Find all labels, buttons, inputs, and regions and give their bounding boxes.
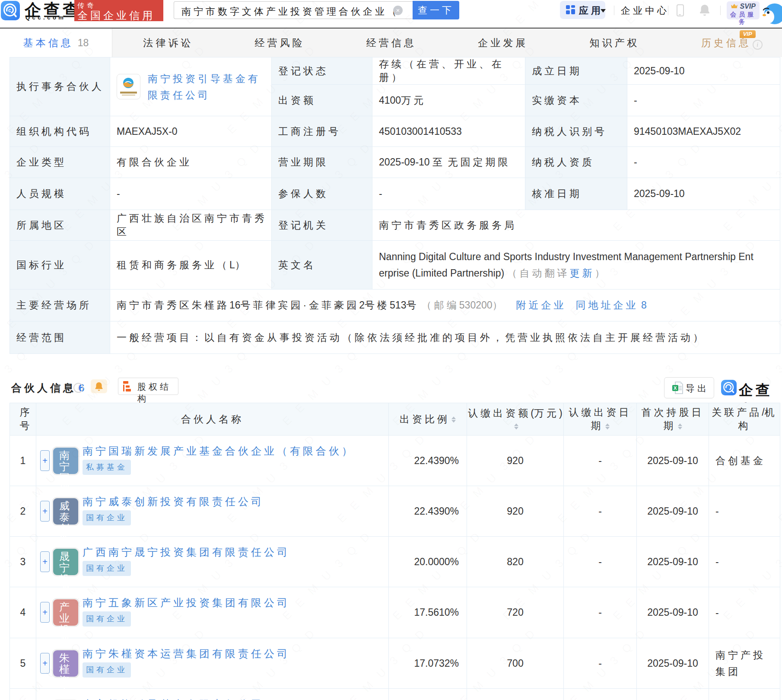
svg-text:c: c bbox=[8, 7, 11, 13]
svg-text:X: X bbox=[674, 385, 677, 391]
